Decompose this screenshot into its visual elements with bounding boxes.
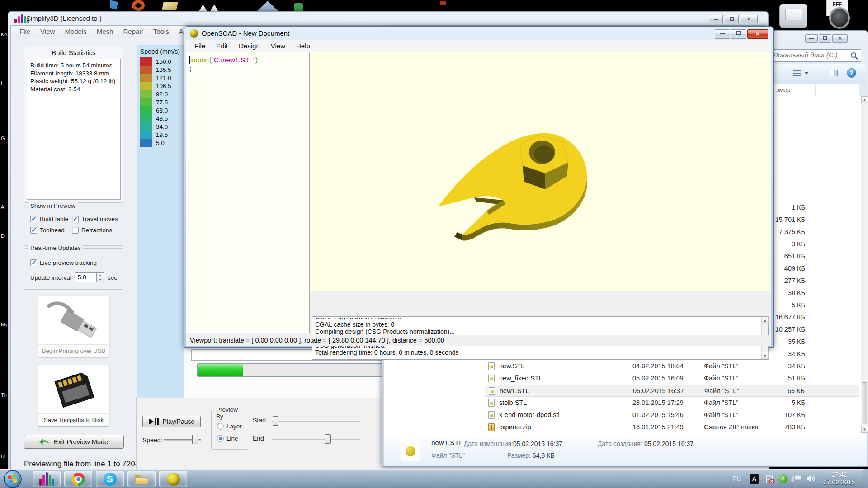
simplify3d-menu-item[interactable]: Tools — [148, 26, 174, 38]
desktop-icon-fragment-triangles[interactable] — [199, 5, 207, 11]
speed-slider-thumb[interactable] — [192, 435, 198, 444]
scroll-down-arrow[interactable]: ▼ — [861, 426, 868, 433]
checkbox[interactable] — [72, 227, 79, 234]
openscad-menu-item[interactable]: View — [265, 40, 291, 52]
file-row[interactable]: new_fixed.STL 05.02.2015 16:09 Файл "STL… — [485, 372, 859, 385]
desktop-icon-lens[interactable] — [829, 7, 850, 29]
tray-punto-icon[interactable]: A — [750, 474, 759, 484]
start-slider-thumb[interactable] — [273, 416, 278, 426]
explorer-scrollbar[interactable]: ▲ ▼ — [861, 96, 868, 433]
desktop-icon-fragment-blue[interactable] — [110, 0, 118, 10]
openscad-menu-item[interactable]: File — [189, 40, 211, 52]
preview-option[interactable]: Travel moves — [72, 216, 123, 222]
file-row[interactable]: new.STL 04.02.2015 18:04 Файл "STL" 34 К… — [485, 360, 859, 372]
openscad-maximize-button[interactable] — [731, 29, 746, 39]
simplify3d-menu-item[interactable]: View — [35, 26, 60, 38]
tray-network-icon[interactable] — [790, 474, 802, 485]
desktop-icon-fragment-red[interactable] — [440, 1, 446, 5]
preview-pane-icon[interactable] — [830, 70, 838, 76]
size-column-header[interactable]: змер — [776, 86, 791, 94]
simplify3d-menu-item[interactable]: Mesh — [92, 26, 118, 38]
preview-option[interactable]: Build table — [30, 216, 72, 222]
file-row[interactable]: скрины.zip 16.01.2015 21:49 Сжатая ZIP-п… — [485, 421, 859, 433]
file-row[interactable]: x-end-motor-dpod.stl 01.02.2015 15:46 Фа… — [485, 409, 859, 421]
scroll-up-arrow[interactable]: ▲ — [861, 96, 868, 103]
checkbox[interactable] — [30, 259, 37, 266]
openscad-menu-item[interactable]: Design — [233, 40, 265, 52]
update-interval-stepper[interactable]: ▲▼ — [97, 272, 104, 282]
tray-clock[interactable]: 17:42 07.02.2015 — [816, 471, 862, 486]
explorer-minimize-button[interactable] — [805, 34, 818, 43]
desktop-icon-label[interactable]: D — [1, 454, 5, 459]
taskbar-simplify3d-button[interactable] — [33, 471, 61, 487]
layer-radio[interactable] — [217, 423, 224, 430]
openscad-3d-viewport[interactable] — [310, 52, 771, 291]
preview-option[interactable]: Retractions — [72, 227, 123, 234]
preview-by-line-option[interactable]: Line — [217, 435, 238, 442]
desktop-icon-fragment-pyramid[interactable] — [257, 1, 278, 11]
desktop-icon-label[interactable]: G — [1, 136, 5, 141]
scroll-up-arrow[interactable]: ▲ — [762, 317, 769, 324]
openscad-menu-item[interactable]: Help — [291, 40, 316, 52]
preview-option[interactable]: Toolhead — [30, 227, 72, 234]
tray-volume-icon[interactable] — [806, 474, 816, 484]
desktop-icon-fragment-orange-ring[interactable] — [132, 0, 145, 11]
save-toolpaths-button[interactable]: Save Toolpaths to Disk — [38, 365, 109, 427]
desktop-icon-label[interactable]: D — [1, 233, 5, 239]
desktop-icon-photo-tile[interactable] — [779, 4, 807, 28]
desktop-icon-fragment-triangles2[interactable] — [210, 5, 218, 11]
start-slider-track[interactable] — [272, 421, 360, 422]
explorer-close-button[interactable]: ✕ — [832, 34, 848, 43]
file-name[interactable]: new.STL — [499, 362, 524, 370]
checkbox[interactable] — [30, 216, 37, 222]
simplify3d-menu-item[interactable]: Models — [60, 26, 91, 38]
desktop-icon-label[interactable]: Ko — [1, 32, 7, 37]
desktop-icon-label[interactable]: Th — [1, 392, 7, 398]
desktop-icon-fragment-green[interactable] — [294, 3, 303, 11]
tray-language-indicator[interactable]: RU — [732, 475, 741, 482]
help-icon[interactable]: ? — [847, 68, 856, 78]
taskbar-openscad-button[interactable] — [159, 471, 187, 487]
file-row[interactable]: stolb.STL 28.01.2015 17:29 Файл "STL" 5 … — [485, 397, 859, 409]
file-name[interactable]: stolb.STL — [499, 399, 527, 406]
change-view-icon[interactable] — [793, 70, 801, 76]
simplify3d-close-button[interactable]: ✕ — [741, 15, 758, 23]
tray-antivirus-icon[interactable]: ✓ — [778, 474, 788, 483]
taskbar-explorer-button[interactable] — [127, 471, 156, 487]
desktop-icon-label[interactable]: My — [1, 322, 8, 327]
file-name[interactable]: скрины.zip — [499, 423, 531, 431]
start-button[interactable] — [4, 470, 22, 488]
simplify3d-minimize-button[interactable] — [709, 15, 723, 23]
line-radio[interactable] — [217, 435, 224, 442]
simplify3d-maximize-button[interactable] — [725, 15, 739, 23]
tray-action-center-icon[interactable] — [765, 474, 775, 486]
desktop-icon-label[interactable]: A — [1, 204, 4, 210]
openscad-menu-item[interactable]: Edit — [211, 40, 233, 52]
play-pause-button[interactable]: Play/Pause — [142, 416, 201, 427]
checkbox[interactable] — [72, 216, 79, 222]
end-slider-track[interactable] — [272, 439, 360, 440]
explorer-search-input[interactable]: : Локальный диск (C:) — [767, 49, 861, 62]
simplify3d-menu-item[interactable]: File — [14, 26, 35, 38]
end-slider-thumb[interactable] — [325, 434, 331, 444]
openscad-close-button[interactable]: ✕ — [747, 29, 768, 39]
explorer-maximize-button[interactable] — [819, 34, 831, 43]
desktop-icon-label[interactable]: I — [1, 80, 2, 86]
scroll-thumb[interactable] — [862, 382, 867, 424]
change-view-dropdown-icon[interactable] — [804, 72, 809, 75]
file-name[interactable]: x-end-motor-dpod.stl — [499, 411, 560, 418]
live-preview-tracking-option[interactable]: Live preview tracking — [30, 259, 97, 266]
simplify3d-menu-item[interactable]: Repair — [118, 26, 148, 38]
taskbar-chrome-button[interactable] — [64, 471, 92, 487]
openscad-code-editor[interactable]: import("C:/new1.STL") ; — [186, 52, 310, 333]
begin-printing-usb-button[interactable]: Begin Printing over USB — [38, 296, 109, 357]
file-name[interactable]: new_fixed.STL — [499, 375, 542, 382]
file-name[interactable]: new1.STL — [500, 387, 529, 394]
openscad-minimize-button[interactable] — [715, 29, 730, 39]
update-interval-input[interactable]: 5,0 — [75, 272, 97, 282]
exit-preview-button[interactable]: Exit Preview Mode — [24, 435, 124, 449]
file-row[interactable]: new1.STL 05.02.2015 16:37 Файл "STL" 65 … — [485, 385, 859, 397]
show-desktop-button[interactable] — [863, 469, 868, 488]
taskbar-skype-button[interactable]: S — [96, 471, 124, 487]
desktop-icon-fragment-folder[interactable] — [162, 2, 178, 10]
